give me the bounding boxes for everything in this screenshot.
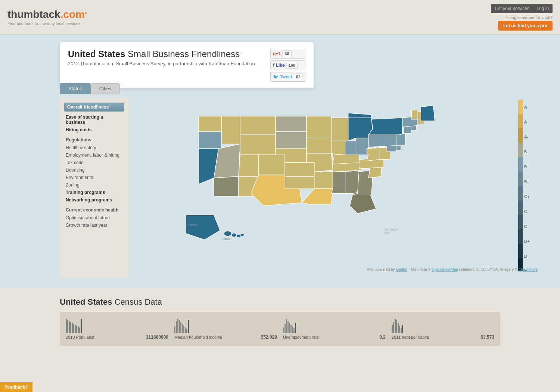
- map-section: United States Small Business Friendlines…: [0, 35, 560, 288]
- sidebar-item-ease[interactable]: Ease of starting a business: [64, 113, 124, 126]
- legend-grade-aplus: A+: [524, 100, 529, 115]
- gplus-count: 66: [282, 50, 291, 57]
- header: thumbtack.com● Find and book trustworthy…: [0, 0, 560, 35]
- twitter-count: 62: [294, 73, 303, 80]
- census-population-bars: [66, 318, 168, 333]
- sidebar-item-health[interactable]: Health & safety: [64, 144, 124, 151]
- census-income-text: Median household income: [174, 335, 222, 339]
- nav-list-services[interactable]: List your services: [495, 6, 529, 11]
- sidebar-item-growth[interactable]: Growth rate last year: [64, 222, 124, 229]
- svg-marker-12: [276, 116, 307, 132]
- census-unemployment: Unemployment rate 8.2: [283, 318, 386, 340]
- us-map[interactable]: Alaska Hawaii Caribbean Sea: [129, 98, 515, 277]
- sidebar-item-employment[interactable]: Employment, labor & hiring: [64, 151, 124, 159]
- legend-grade-d: D: [524, 249, 529, 264]
- gplus-icon: g+1: [273, 51, 281, 56]
- svg-marker-7: [240, 135, 276, 155]
- census-pop-value: 311600000: [146, 335, 168, 340]
- svg-marker-21: [302, 189, 333, 204]
- svg-marker-20: [314, 172, 333, 189]
- svg-marker-24: [331, 172, 346, 194]
- tagline: Find and book trustworthy local services: [7, 21, 87, 26]
- logo-area: thumbtack.com● Find and book trustworthy…: [7, 9, 87, 26]
- svg-marker-13: [276, 132, 307, 149]
- facebook-button[interactable]: f Like 160: [270, 60, 305, 70]
- content-area: States Cities Overall friendliness Ease …: [60, 83, 538, 273]
- tab-states[interactable]: States: [60, 83, 91, 94]
- map-attribution: Map powered by Leaflet – Map data © Open…: [367, 267, 538, 272]
- social-buttons: g+1 66 f Like 160 🐦 Tweet 62: [270, 49, 305, 82]
- svg-marker-8: [239, 155, 259, 176]
- tab-cities[interactable]: Cities: [91, 83, 120, 94]
- svg-marker-3: [222, 116, 240, 144]
- bottom-section: United States Census Data 2010 Populatio…: [0, 288, 560, 355]
- facebook-icon: f Like: [273, 63, 284, 68]
- svg-marker-35: [348, 113, 371, 117]
- card-subtitle: 2012 Thumbtack.com Small Business Survey…: [68, 61, 255, 66]
- sidebar-item-hiring[interactable]: Hiring costs: [64, 126, 124, 134]
- census-unemployment-label: Unemployment rate 8.2: [283, 335, 386, 340]
- sidebar-regulations-label: Regulations: [64, 137, 124, 143]
- sidebar-item-optimism[interactable]: Optimism about future: [64, 214, 124, 222]
- svg-marker-47: [412, 110, 418, 119]
- census-data-grid: 2010 Population 311600000 Median househo…: [60, 312, 500, 346]
- census-pop-text: 2010 Population: [66, 335, 96, 339]
- title-bold: United States: [68, 49, 125, 59]
- svg-marker-18: [307, 138, 331, 153]
- svg-marker-16: [285, 176, 316, 189]
- census-debt-value: $3,573: [480, 335, 494, 340]
- facebook-count: 160: [286, 62, 298, 69]
- census-income-value: $52,029: [261, 335, 277, 340]
- nav-login[interactable]: Log in: [536, 6, 549, 11]
- leaflet-link[interactable]: Leaflet: [396, 267, 407, 272]
- sidebar-item-licensing[interactable]: Licensing: [64, 166, 124, 174]
- attribution-end: contributors, CC-BY-SA, Imagery ©: [459, 267, 519, 272]
- sidebar-item-networking[interactable]: Networking programs: [64, 196, 124, 204]
- header-right: List your services | Log in Hiring someo…: [491, 4, 553, 31]
- logo-com: .com: [60, 9, 85, 20]
- svg-text:Hawaii: Hawaii: [223, 237, 231, 241]
- svg-marker-41: [368, 118, 402, 135]
- logo-dot: ●: [85, 11, 87, 15]
- title-rest: Small Business Friendliness: [125, 49, 240, 59]
- card-content: United States Small Business Friendlines…: [68, 49, 255, 66]
- svg-marker-48: [421, 106, 435, 121]
- census-title-rest: Census Data: [112, 297, 162, 307]
- hire-button[interactable]: Let us find you a pro: [498, 21, 553, 31]
- svg-text:Sea: Sea: [384, 232, 389, 235]
- svg-marker-33: [356, 138, 368, 155]
- nav-links: List your services | Log in: [491, 4, 553, 13]
- map-container[interactable]: Alaska Hawaii Caribbean Sea: [129, 98, 515, 278]
- svg-marker-6: [240, 116, 276, 135]
- legend-grade-bminus: B-: [524, 174, 529, 189]
- census-income: Median household income $52,029: [174, 318, 277, 340]
- svg-marker-5: [214, 176, 239, 197]
- sidebar-item-environmental[interactable]: Environmental: [64, 174, 124, 181]
- twitter-button[interactable]: 🐦 Tweet 62: [270, 72, 305, 82]
- svg-point-51: [224, 231, 231, 236]
- svg-marker-26: [345, 170, 359, 193]
- sidebar-item-zoning[interactable]: Zoning: [64, 181, 124, 189]
- census-income-label: Median household income $52,029: [174, 335, 277, 340]
- census-title-bold: United States: [60, 297, 112, 307]
- census-unemp-text: Unemployment rate: [283, 335, 319, 339]
- sidebar-item-training[interactable]: Training programs: [64, 189, 124, 196]
- legend-grade-bplus: B+: [524, 144, 529, 159]
- sidebar-economic-label: Current economic health: [64, 207, 124, 213]
- gplus-button[interactable]: g+1 66: [270, 49, 305, 59]
- main-content: Overall friendliness Ease of starting a …: [60, 98, 538, 278]
- sidebar-item-tax[interactable]: Tax code: [64, 159, 124, 166]
- legend-grade-a: A: [524, 115, 529, 129]
- cloudmade-link[interactable]: CloudMade: [519, 267, 538, 272]
- census-debt: 2011 debt per capita $3,573: [392, 318, 494, 340]
- logo: thumbtack.com●: [7, 9, 87, 21]
- grade-legend: A+ A A- B+ B B- C+ C C- D+ D F: [515, 98, 538, 278]
- svg-marker-0: [198, 116, 221, 132]
- legend-grade-dplus: D+: [524, 234, 529, 249]
- osm-link[interactable]: OpenStreetMap: [432, 267, 458, 272]
- info-card: United States Small Business Friendlines…: [60, 42, 314, 88]
- census-income-bars: [174, 318, 277, 333]
- census-debt-label: 2011 debt per capita $3,573: [392, 335, 494, 340]
- svg-marker-38: [387, 145, 396, 152]
- svg-marker-36: [367, 147, 379, 161]
